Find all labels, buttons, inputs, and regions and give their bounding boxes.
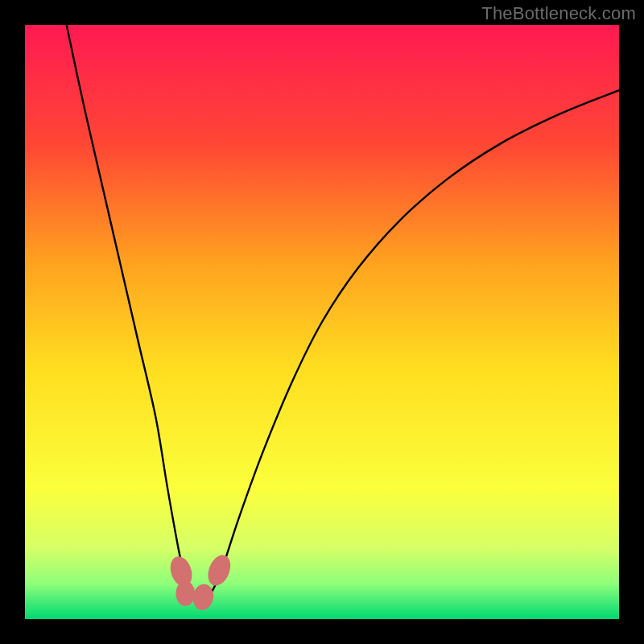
chart-frame: TheBottleneck.com <box>0 0 644 644</box>
marker-pill <box>204 551 234 588</box>
watermark-text: TheBottleneck.com <box>481 3 636 24</box>
bottleneck-curve <box>67 25 619 599</box>
marker-pill <box>175 581 195 606</box>
optimal-markers <box>167 551 234 612</box>
marker-pill <box>191 583 215 612</box>
plot-area <box>25 25 619 619</box>
curve-layer <box>25 25 619 619</box>
